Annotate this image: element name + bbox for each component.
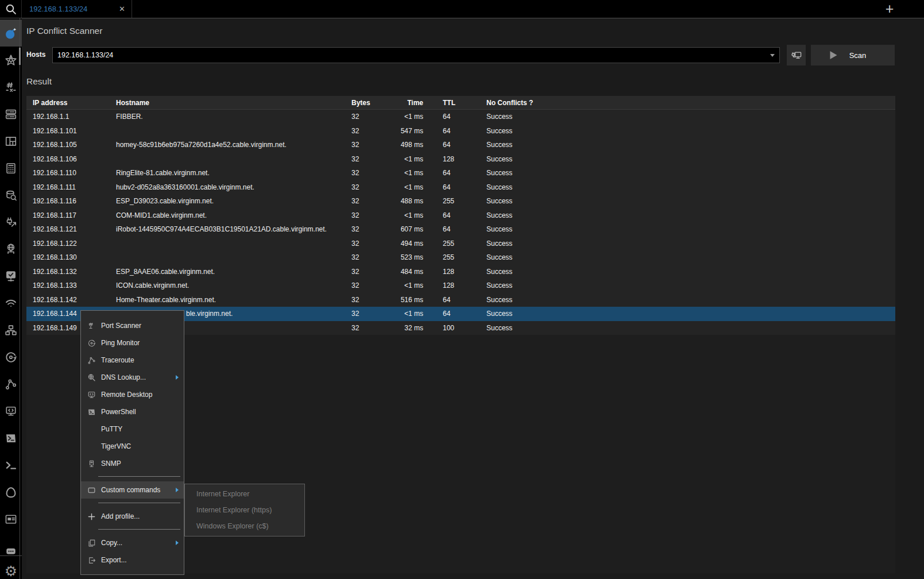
cell-time: <1 ms [386,169,423,177]
menu-item-snmp[interactable]: SNMP [81,455,184,472]
cell-status: Success [486,183,895,191]
add-tab-button[interactable]: + [877,0,902,18]
column-header-bytes[interactable]: Bytes [351,99,386,107]
menu-item-label: Ping Monitor [101,339,140,347]
table-row[interactable]: 192.168.1.1FIBBER.32<1 ms64Success [26,110,895,124]
cell-ttl: 64 [423,183,486,191]
hosts-input[interactable] [52,47,780,63]
sidebar-item-wifi[interactable] [0,290,22,316]
sidebar-item-dns[interactable] [0,236,22,263]
network-profiles-button[interactable] [787,45,806,65]
menu-item-tigervnc[interactable]: TigerVNC [81,438,184,455]
menu-item-remote-desktop[interactable]: Remote Desktop [81,386,184,403]
tab-close-icon[interactable]: ✕ [119,5,125,13]
network-monitor-plug-icon [791,49,802,61]
table-row[interactable]: 192.168.1.10132547 ms64Success [26,124,895,138]
cell-host: ESP_8AAE06.cable.virginm.net. [116,268,351,276]
table-row[interactable]: 192.168.1.116ESP_D39023.cable.virginm.ne… [26,194,895,209]
sidebar-scrollbar-thumb[interactable] [19,48,21,65]
cell-status: Success [486,141,895,149]
copy-icon [87,539,96,547]
sidebar-scrollbar-track[interactable] [20,18,20,579]
table-row[interactable]: 192.168.1.133ICON.cable.virginm.net.32<1… [26,279,895,293]
sidebar-item-port-scan[interactable] [0,74,22,101]
cell-time: <1 ms [386,155,423,163]
menu-item-copy[interactable]: Copy... [81,534,184,551]
sidebar-item-traceroute[interactable] [0,370,22,397]
menu-item-label: DNS Lookup... [101,373,146,381]
sidebar-divider [0,555,22,556]
cell-ttl: 64 [423,127,486,135]
sidebar-item-servers[interactable] [0,101,22,128]
submenu-item-internet-explorer-https[interactable]: Internet Explorer (https) [185,502,304,518]
cell-ttl: 64 [423,296,486,304]
sidebar-item-vnc[interactable] [0,478,22,505]
cell-host: Home-Theater.cable.virginm.net. [116,296,351,304]
menu-item-traceroute[interactable]: Traceroute [81,352,184,369]
sidebar-item-topology[interactable] [0,316,22,343]
cell-bytes: 32 [351,113,386,121]
sidebar-item-remote-desktop[interactable] [0,397,22,424]
scan-button[interactable]: Scan [811,45,895,65]
route-path-icon [5,378,17,391]
column-header-ttl[interactable]: TTL [423,99,486,107]
table-row[interactable]: 192.168.1.12232494 ms255Success [26,237,895,251]
table-row[interactable]: 192.168.1.110RingElite-81.cable.virginm.… [26,166,895,180]
sidebar-item-ip-scanner[interactable] [0,20,22,47]
remote-desktop-icon [5,405,17,418]
tab-label: 192.168.1.133/24 [29,5,87,13]
table-row[interactable]: 192.168.1.121iRobot-1445950C974A4ECAB03B… [26,222,895,237]
submenu-item-windows-explorer-c[interactable]: Windows Explorer (c$) [185,518,304,534]
sidebar-item-settings[interactable]: ⚙ [0,558,22,579]
table-row[interactable]: 192.168.1.117COM-MID1.cable.virginm.net.… [26,209,895,223]
cell-status: Success [486,225,895,233]
table-row[interactable]: 192.168.1.132ESP_8AAE06.cable.virginm.ne… [26,265,895,279]
sidebar-item-connection-test[interactable] [0,209,22,236]
cell-ttl: 128 [423,155,486,163]
search-button[interactable] [0,0,22,18]
menu-item-powershell[interactable]: PowerShell [81,403,184,420]
export-icon [87,556,96,565]
cell-bytes: 32 [351,169,386,177]
table-row[interactable]: 192.168.1.111hubv2-d052a8a363160001.cabl… [26,180,895,195]
table-row[interactable]: 192.168.1.10632<1 ms128Success [26,152,895,167]
menu-item-putty[interactable]: PuTTY [81,420,184,438]
sidebar-item-powershell[interactable] [0,424,22,451]
column-header-ip[interactable]: IP address [33,99,116,107]
sidebar-item-keyboard[interactable] [5,547,17,555]
column-header-hostname[interactable]: Hostname [116,99,351,107]
menu-item-add-profile[interactable]: Add profile... [81,508,184,525]
remote-desktop-icon [87,391,96,399]
cell-ip: 192.168.1.111 [33,183,116,191]
cell-ttl: 255 [423,253,486,261]
sidebar-item-terminal[interactable] [0,451,22,478]
cell-ttl: 64 [423,225,486,233]
chevron-down-icon[interactable] [770,54,775,57]
table-row[interactable]: 192.168.1.105homey-58c91b6eb975a7260d1a4… [26,138,895,152]
custom-commands-submenu: Internet ExplorerInternet Explorer (http… [184,484,305,536]
sidebar-item-panels[interactable] [0,128,22,155]
table-row[interactable]: 192.168.1.13032523 ms255Success [26,250,895,265]
sidebar-item-calculator[interactable] [0,155,22,182]
cell-status: Success [486,127,895,135]
sidebar-item-ping-monitor[interactable] [0,343,22,370]
menu-item-custom-commands[interactable]: Custom commands [81,481,184,499]
column-header-conflicts[interactable]: No Conflicts ? [486,99,895,107]
table-row[interactable]: 192.168.1.142Home-Theater.cable.virginm.… [26,293,895,307]
menu-item-ping-monitor[interactable]: Ping Monitor [81,334,184,352]
submenu-item-internet-explorer[interactable]: Internet Explorer [185,486,304,502]
sidebar-item-info-card[interactable] [0,505,22,532]
menu-item-port-scanner[interactable]: Port Scanner [81,317,184,334]
sidebar-item-host-check[interactable] [0,263,22,290]
cell-time: 523 ms [386,253,423,261]
menu-item-label: Port Scanner [101,322,141,330]
tab-ip-conflict-scan[interactable]: 192.168.1.133/24 ✕ [22,0,132,18]
column-header-time[interactable]: Time [386,99,423,107]
menu-item-export[interactable]: Export... [81,551,184,569]
sidebar-item-lookup[interactable] [0,182,22,209]
hosts-label: Hosts [26,51,45,59]
cell-bytes: 32 [351,127,386,135]
cell-host: ESP_D39023.cable.virginm.net. [116,197,351,205]
cell-ip: 192.168.1.121 [33,225,116,233]
menu-item-dns-lookup[interactable]: DNS Lookup... [81,369,184,386]
